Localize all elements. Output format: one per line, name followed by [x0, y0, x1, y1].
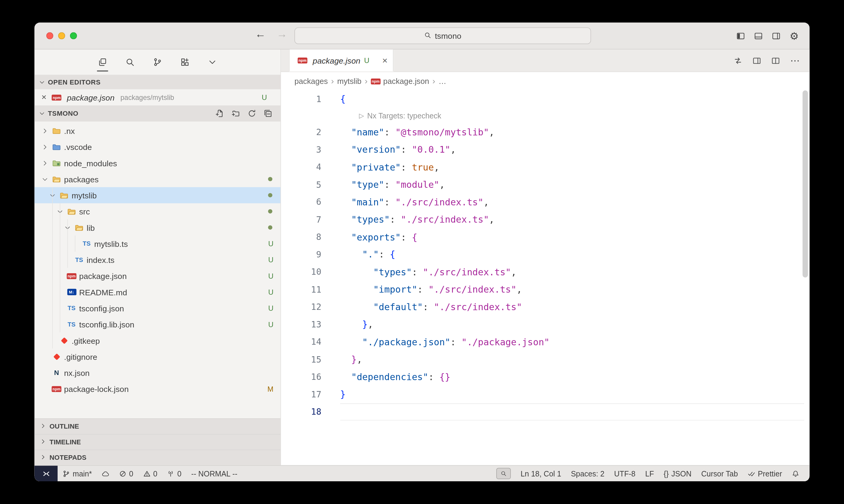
code-text[interactable]: "types": "./src/index.ts",	[340, 263, 804, 281]
chevron-down-icon[interactable]	[40, 176, 50, 183]
code-text[interactable]: "version": "0.0.1",	[340, 141, 804, 158]
tree-item-mytslib[interactable]: mytslib	[35, 187, 280, 203]
scrollbar-thumb[interactable]	[803, 90, 808, 277]
split-editor-icon[interactable]	[771, 56, 780, 65]
open-layout-editor-icon[interactable]	[753, 56, 761, 65]
breadcrumb-item[interactable]: packages	[294, 77, 328, 85]
tree-item-.vscode[interactable]: .vscode	[35, 139, 280, 155]
code-text[interactable]: "types": "./src/index.ts",	[340, 211, 804, 228]
section-notepads[interactable]: NOTEPADS	[35, 449, 280, 465]
tree-item-node-modules[interactable]: node_modules	[35, 155, 280, 171]
project-header[interactable]: TSMONO	[35, 105, 280, 122]
tab-package.json[interactable]: npmpackage.jsonU×	[289, 49, 393, 71]
chevron-right-icon[interactable]	[40, 143, 50, 150]
code-text[interactable]: "default": "./src/index.ts"	[340, 298, 804, 316]
tree-item-label: node_modules	[64, 158, 117, 167]
code-text[interactable]: "type": "module",	[340, 176, 804, 194]
status-warnings[interactable]: 0	[138, 466, 162, 481]
tree-item-readme.md[interactable]: M↓README.mdU	[35, 284, 280, 300]
breadcrumb-item[interactable]: …	[438, 77, 446, 85]
open-changes-icon[interactable]	[734, 56, 742, 65]
toggle-secondary-sidebar-icon[interactable]	[772, 32, 780, 40]
status-formatter[interactable]: Prettier	[743, 466, 787, 481]
status-cursor-tab[interactable]: Cursor Tab	[696, 466, 743, 481]
history-nav: ← →	[255, 28, 288, 40]
section-timeline[interactable]: TIMELINE	[35, 434, 280, 449]
status-errors[interactable]: 0	[114, 466, 138, 481]
code-text[interactable]: "dependencies": {}	[340, 368, 804, 385]
code-text[interactable]: "exports": {	[340, 228, 804, 246]
section-outline[interactable]: OUTLINE	[35, 418, 280, 434]
chevron-right-icon[interactable]	[40, 127, 50, 134]
status-broadcast[interactable]: 0	[162, 466, 187, 481]
status-language-mode[interactable]: {}JSON	[659, 466, 696, 481]
status-notifications[interactable]	[787, 466, 804, 481]
code-text[interactable]: "private": true,	[340, 158, 804, 176]
tree-item-.gitkeep[interactable]: .gitkeep	[35, 332, 280, 348]
tree-item-package.json[interactable]: npmpackage.jsonU	[35, 268, 280, 284]
search-view-icon[interactable]	[124, 49, 136, 74]
tree-item-tsconfig.json[interactable]: TStsconfig.jsonU	[35, 300, 280, 316]
code-text[interactable]: },	[340, 316, 804, 333]
more-views-icon[interactable]	[207, 49, 218, 74]
tree-item-src[interactable]: src	[35, 203, 280, 219]
tree-item-index.ts[interactable]: TSindex.tsU	[35, 252, 280, 268]
zoom-window-button[interactable]	[70, 32, 77, 39]
command-center-search[interactable]: tsmono	[294, 28, 591, 44]
explorer-view-icon[interactable]	[97, 49, 108, 74]
code-text[interactable]: "./package.json": "./package.json"	[340, 333, 804, 351]
settings-gear-icon[interactable]: ⚙	[790, 31, 799, 41]
modified-dot	[268, 209, 272, 214]
codelens-nx-targets[interactable]: ▷Nx Targets: typecheck	[281, 108, 810, 123]
tree-item-tsconfig.lib.json[interactable]: TStsconfig.lib.jsonU	[35, 316, 280, 332]
status-eol[interactable]: LF	[640, 466, 659, 481]
source-control-view-icon[interactable]	[152, 49, 163, 74]
code-text[interactable]: "name": "@tsmono/mytslib",	[340, 123, 804, 141]
tree-item-mytslib.ts[interactable]: TSmytslib.tsU	[35, 236, 280, 252]
new-file-icon[interactable]	[215, 109, 224, 118]
code-text[interactable]: "import": "./src/index.ts",	[340, 281, 804, 298]
new-folder-icon[interactable]	[231, 109, 240, 118]
open-editors-header[interactable]: OPEN EDITORS	[35, 75, 280, 89]
tree-item-package-lock.json[interactable]: npmpackage-lock.jsonM	[35, 381, 280, 397]
section-title: TIMELINE	[49, 438, 81, 446]
status-cursor-position[interactable]: Ln 18, Col 1	[516, 466, 566, 481]
breadcrumb-item[interactable]: mytslib	[337, 77, 361, 85]
status-remote-window[interactable]	[35, 466, 57, 481]
status-encoding[interactable]: UTF-8	[609, 466, 640, 481]
close-window-button[interactable]	[46, 32, 53, 39]
code-text[interactable]	[340, 403, 804, 421]
extensions-view-icon[interactable]	[179, 49, 190, 74]
chevron-right-icon[interactable]	[40, 159, 50, 166]
toggle-panel-icon[interactable]	[754, 32, 762, 40]
tab-label: package.json	[313, 56, 360, 65]
tree-item-.nx[interactable]: .nx	[35, 123, 280, 139]
tree-item-.gitignore[interactable]: .gitignore	[35, 348, 280, 365]
code-text[interactable]: {	[340, 90, 804, 108]
code-text[interactable]: "main": "./src/index.ts",	[340, 193, 804, 211]
status-sync-status[interactable]	[97, 466, 114, 481]
status-vim-mode[interactable]: -- NORMAL --	[187, 466, 242, 481]
code-text[interactable]: ".": {	[340, 246, 804, 263]
breadcrumb-item[interactable]: npmpackage.json	[371, 77, 429, 85]
tree-item-nx.json[interactable]: Nnx.json	[35, 365, 280, 381]
tree-item-lib[interactable]: lib	[35, 219, 280, 235]
tab-close-icon[interactable]: ×	[382, 56, 388, 65]
code-text[interactable]: },	[340, 351, 804, 368]
minimize-window-button[interactable]	[58, 32, 65, 39]
tree-item-packages[interactable]: packages	[35, 171, 280, 187]
open-editor-item[interactable]: ×npmpackage.jsonpackages/mytslibU	[35, 89, 280, 105]
toggle-primary-sidebar-icon[interactable]	[736, 32, 745, 40]
status-zoom-indicator[interactable]	[492, 466, 516, 481]
status-git-branch[interactable]: main*	[57, 466, 97, 481]
back-button[interactable]: ←	[255, 28, 266, 40]
refresh-explorer-icon[interactable]	[248, 109, 256, 118]
more-actions-icon[interactable]: ⋯	[790, 56, 800, 66]
status-indentation[interactable]: Spaces: 2	[566, 466, 609, 481]
line-number: 14	[281, 337, 321, 347]
code-text[interactable]: }	[340, 385, 804, 403]
forward-button[interactable]: →	[277, 28, 288, 40]
breadcrumb-separator: ›	[432, 76, 435, 86]
collapse-folders-icon[interactable]	[264, 109, 272, 118]
close-editor-icon[interactable]: ×	[41, 93, 47, 102]
